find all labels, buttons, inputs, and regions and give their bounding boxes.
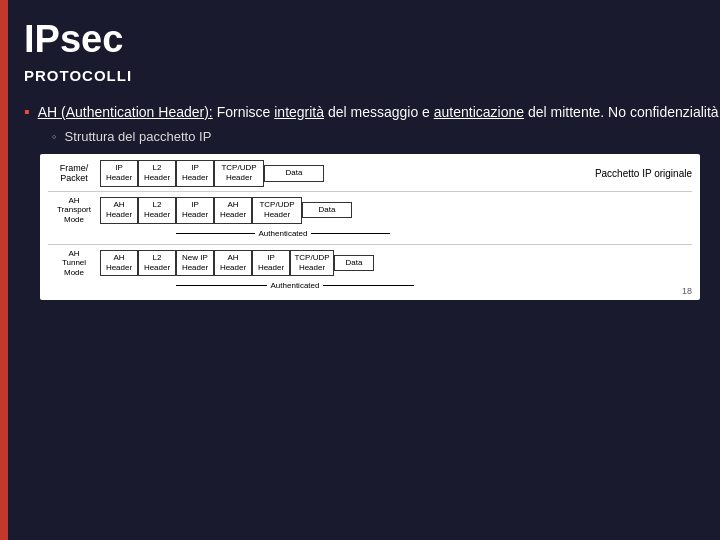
- bullet-icon: ▪: [24, 103, 30, 121]
- ah-description: Fornisce integrità del messaggio e auten…: [217, 104, 719, 120]
- data-t-box: Data: [302, 202, 352, 218]
- divider1: [48, 191, 692, 192]
- row1-label: Frame/Packet: [48, 163, 100, 185]
- page-number: 18: [682, 286, 692, 296]
- tcpudp-tn-box: TCP/UDPHeader: [290, 250, 334, 277]
- sub-bullet-text: Struttura del pacchetto IP: [65, 129, 212, 144]
- data-box: Data: [264, 165, 324, 181]
- page-title: IPsec: [24, 18, 720, 61]
- row1-right-label: Pacchetto IP originale: [595, 168, 692, 179]
- divider2: [48, 244, 692, 245]
- auth-label-tunnel: Authenticated: [267, 281, 324, 290]
- row3-label: AHTunnelMode: [48, 249, 100, 278]
- ip-header-t-box: IPHeader: [176, 197, 214, 224]
- page-subtitle: PROTOCOLLI: [24, 67, 720, 84]
- main-content: IPsec PROTOCOLLI ▪ AH (Authentication He…: [24, 0, 720, 300]
- data-tn-box: Data: [334, 255, 374, 271]
- ip-header-tn-box: IPHeader: [252, 250, 290, 277]
- ah-label: AH (Authentication Header):: [38, 104, 213, 120]
- ah-tunnel-row: AHTunnelMode AHHeader L2Header New IPHea…: [48, 249, 692, 278]
- auth-bracket-tunnel: Authenticated: [100, 281, 692, 290]
- bullet-section: ▪ AH (Authentication Header): Fornisce i…: [24, 102, 720, 144]
- main-bullet: ▪ AH (Authentication Header): Fornisce i…: [24, 102, 720, 123]
- ip-header2-box: IPHeader: [176, 160, 214, 187]
- l2-header-t-box: L2Header: [138, 197, 176, 224]
- ip-header-box: IPHeader: [100, 160, 138, 187]
- auth-bracket-transport: Authenticated: [100, 229, 692, 238]
- ah-header-t-box: AHHeader: [100, 197, 138, 224]
- left-accent-bar: [0, 0, 8, 540]
- sub-bullet: ◦ Struttura del pacchetto IP: [52, 129, 720, 144]
- ah-header2-t-box: AHHeader: [214, 197, 252, 224]
- ah-transport-row: AHTransportMode AHHeader L2Header IPHead…: [48, 196, 692, 225]
- l2-header-box: L2Header: [138, 160, 176, 187]
- auth-label-transport: Authenticated: [255, 229, 312, 238]
- original-packet-row: Frame/Packet IPHeader L2Header IPHeader …: [48, 160, 692, 187]
- tcpudp-header-box: TCP/UDPHeader: [214, 160, 264, 187]
- ah-header2-tn-box: AHHeader: [214, 250, 252, 277]
- l2-header-tn-box: L2Header: [138, 250, 176, 277]
- ah-header-tn-box: AHHeader: [100, 250, 138, 277]
- tcpudp-t-box: TCP/UDPHeader: [252, 197, 302, 224]
- new-ip-header-box: New IPHeader: [176, 250, 214, 277]
- sub-bullet-icon: ◦: [52, 129, 57, 144]
- bullet-text: AH (Authentication Header): Fornisce int…: [38, 102, 720, 123]
- row2-label: AHTransportMode: [48, 196, 100, 225]
- diagrams-area: Frame/Packet IPHeader L2Header IPHeader …: [40, 154, 700, 300]
